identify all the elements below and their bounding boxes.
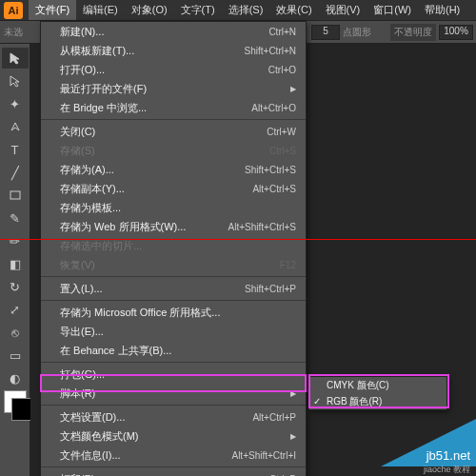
submenu-arrow-icon: ▶ bbox=[290, 432, 296, 441]
opacity-input[interactable]: 100% bbox=[439, 25, 473, 40]
menu-item-shortcut: Alt+Ctrl+P bbox=[252, 412, 296, 423]
brush-size-input[interactable]: 5 bbox=[311, 25, 340, 40]
menu-item-label: 存储副本(Y)... bbox=[60, 182, 252, 196]
file-menu-item-0[interactable]: 新建(N)...Ctrl+N bbox=[41, 22, 306, 41]
menu-item-shortcut: Shift+Ctrl+P bbox=[245, 284, 296, 294]
menu-item-label: 存储为模板... bbox=[60, 201, 296, 215]
color-mode-submenu: CMYK 颜色(C)✓RGB 颜色(R) bbox=[308, 376, 447, 410]
menu-item-label: 新建(N)... bbox=[60, 25, 268, 39]
color-mode-label: CMYK 颜色(C) bbox=[327, 379, 389, 392]
width-tool[interactable]: ⎋ bbox=[2, 322, 29, 343]
menu-文件[interactable]: 文件(F) bbox=[29, 0, 76, 20]
shape-builder-tool[interactable]: ◐ bbox=[2, 367, 29, 388]
type-tool[interactable]: T bbox=[2, 139, 29, 160]
menu-separator bbox=[41, 300, 306, 301]
watermark-text: jb51.net bbox=[426, 448, 470, 463]
pen-tool[interactable] bbox=[2, 116, 29, 137]
file-menu-item-4[interactable]: 在 Bridge 中浏览...Alt+Ctrl+O bbox=[41, 98, 306, 117]
menu-item-label: 在 Behance 上共享(B)... bbox=[60, 344, 296, 358]
file-menu-item-11[interactable]: 存储为 Web 所用格式(W)...Alt+Shift+Ctrl+S bbox=[41, 217, 306, 236]
menu-效果[interactable]: 效果(C) bbox=[269, 0, 318, 20]
color-mode-option-1[interactable]: ✓RGB 颜色(R) bbox=[309, 393, 446, 409]
menu-item-shortcut: Alt+Ctrl+S bbox=[252, 184, 296, 194]
menu-文字[interactable]: 文字(T) bbox=[174, 0, 222, 20]
brush-shape-label: 点圆形 bbox=[343, 26, 371, 39]
menu-item-label: 存储(S) bbox=[60, 144, 269, 158]
file-menu-item-19[interactable]: 在 Behance 上共享(B)... bbox=[41, 341, 306, 360]
menu-item-label: 存储为 Microsoft Office 所用格式... bbox=[60, 306, 296, 320]
file-menu-item-7: 存储(S)Ctrl+S bbox=[41, 141, 306, 160]
file-menu-item-8[interactable]: 存储为(A)...Shift+Ctrl+S bbox=[41, 160, 306, 179]
menu-item-label: 文件信息(I)... bbox=[60, 448, 231, 463]
line-tool[interactable]: ╱ bbox=[2, 162, 29, 183]
menu-帮助[interactable]: 帮助(H) bbox=[418, 0, 466, 20]
menu-item-label: 脚本(R) bbox=[60, 387, 285, 401]
menu-separator bbox=[41, 362, 306, 363]
file-menu-item-24[interactable]: 文档设置(D)...Alt+Ctrl+P bbox=[41, 407, 306, 426]
file-menu-item-9[interactable]: 存储副本(Y)...Alt+Ctrl+S bbox=[41, 179, 306, 198]
menu-item-label: 置入(L)... bbox=[60, 282, 245, 296]
file-menu-item-3[interactable]: 最近打开的文件(F)▶ bbox=[41, 79, 306, 98]
scale-tool[interactable]: ⤢ bbox=[2, 299, 29, 320]
menu-item-label: 存储为 Web 所用格式(W)... bbox=[60, 220, 228, 234]
free-transform-tool[interactable]: ▭ bbox=[2, 345, 29, 366]
file-menu-item-25[interactable]: 文档颜色模式(M)▶ bbox=[41, 426, 306, 446]
menubar: Ai 文件(F)编辑(E)对象(O)文字(T)选择(S)效果(C)视图(V)窗口… bbox=[0, 0, 476, 21]
menu-item-shortcut: Ctrl+S bbox=[269, 146, 296, 156]
rotate-tool[interactable]: ↻ bbox=[2, 276, 29, 297]
menu-item-shortcut: Alt+Shift+Ctrl+S bbox=[228, 222, 296, 232]
file-menu-item-18[interactable]: 导出(E)... bbox=[41, 322, 306, 341]
watermark: jb51.net jiaoche 教程 bbox=[352, 409, 476, 466]
file-menu-item-21[interactable]: 打包(G)... bbox=[41, 365, 306, 384]
menu-item-label: 存储为(A)... bbox=[60, 163, 245, 177]
file-menu-item-26[interactable]: 文件信息(I)...Alt+Shift+Ctrl+I bbox=[41, 446, 306, 465]
menu-item-shortcut: Alt+Shift+Ctrl+I bbox=[231, 450, 296, 461]
svg-rect-0 bbox=[10, 191, 20, 199]
direct-selection-tool[interactable] bbox=[2, 70, 29, 91]
menu-选择[interactable]: 选择(S) bbox=[222, 0, 270, 20]
menu-item-shortcut: Ctrl+N bbox=[268, 27, 296, 37]
file-menu-dropdown: 新建(N)...Ctrl+N从模板新建(T)...Shift+Ctrl+N打开(… bbox=[40, 21, 307, 476]
menu-separator bbox=[41, 119, 306, 120]
watermark-sub: jiaoche 教程 bbox=[424, 464, 470, 476]
file-menu-item-1[interactable]: 从模板新建(T)...Shift+Ctrl+N bbox=[41, 41, 306, 60]
annotation-red-line bbox=[0, 239, 476, 240]
magic-wand-tool[interactable]: ✦ bbox=[2, 93, 29, 114]
selection-tool[interactable] bbox=[2, 48, 29, 69]
menu-item-label: 文档颜色模式(M) bbox=[60, 429, 285, 444]
menu-item-label: 打开(O)... bbox=[60, 63, 268, 77]
menu-item-label: 导出(E)... bbox=[60, 325, 296, 339]
menu-item-shortcut: Ctrl+O bbox=[268, 65, 296, 75]
menu-item-label: 最近打开的文件(F) bbox=[60, 82, 285, 96]
file-menu-item-2[interactable]: 打开(O)...Ctrl+O bbox=[41, 60, 306, 79]
submenu-arrow-icon: ▶ bbox=[290, 85, 296, 93]
menu-视图[interactable]: 视图(V) bbox=[319, 0, 367, 20]
color-mode-option-0[interactable]: CMYK 颜色(C) bbox=[309, 377, 446, 393]
paintbrush-tool[interactable]: ✎ bbox=[2, 208, 29, 228]
file-menu-item-10[interactable]: 存储为模板... bbox=[41, 198, 306, 217]
file-menu-item-13: 恢复(V)F12 bbox=[41, 255, 306, 274]
menu-item-shortcut: Shift+Ctrl+N bbox=[245, 46, 296, 56]
menu-item-shortcut: F12 bbox=[280, 260, 296, 270]
menu-item-label: 打包(G)... bbox=[60, 367, 296, 382]
menu-编辑[interactable]: 编辑(E) bbox=[76, 0, 125, 20]
unselected-label: 未选 bbox=[4, 26, 23, 39]
menu-item-label: 打印(P)... bbox=[60, 472, 269, 477]
file-menu-item-15[interactable]: 置入(L)...Shift+Ctrl+P bbox=[41, 279, 306, 298]
eraser-tool[interactable]: ◧ bbox=[2, 253, 29, 274]
rectangle-tool[interactable] bbox=[2, 185, 29, 206]
menu-item-label: 在 Bridge 中浏览... bbox=[60, 101, 251, 115]
file-menu-item-28[interactable]: 打印(P)...Ctrl+P bbox=[41, 469, 306, 476]
menu-窗口[interactable]: 窗口(W) bbox=[367, 0, 418, 20]
file-menu-item-17[interactable]: 存储为 Microsoft Office 所用格式... bbox=[41, 303, 306, 322]
file-menu-item-22[interactable]: 脚本(R)▶ bbox=[41, 384, 306, 403]
menu-separator bbox=[41, 276, 306, 277]
menu-separator bbox=[41, 405, 306, 406]
pencil-tool[interactable]: ✏ bbox=[2, 230, 29, 251]
menu-对象[interactable]: 对象(O) bbox=[125, 0, 174, 20]
menu-item-label: 关闭(C) bbox=[60, 125, 267, 139]
menu-separator bbox=[41, 466, 306, 467]
submenu-arrow-icon: ▶ bbox=[290, 389, 296, 398]
check-icon: ✓ bbox=[313, 396, 321, 407]
file-menu-item-6[interactable]: 关闭(C)Ctrl+W bbox=[41, 122, 306, 141]
